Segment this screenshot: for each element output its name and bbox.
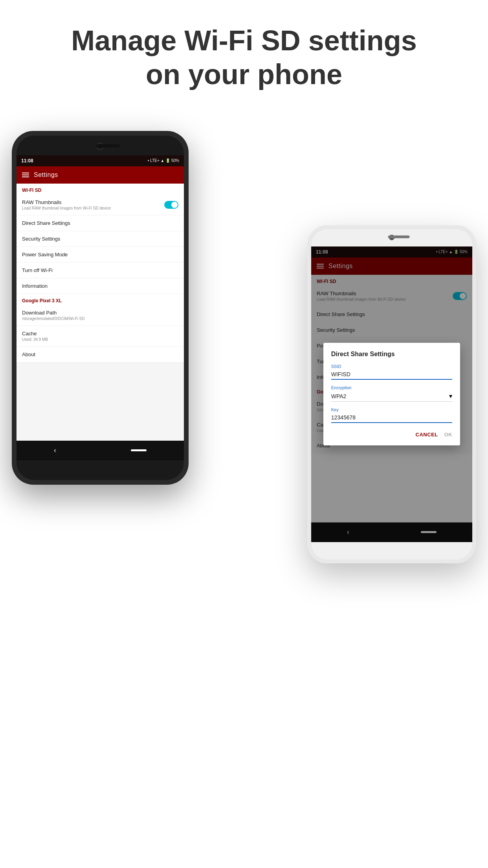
key-label: Key (331, 407, 453, 412)
ssid-label: SSID (331, 364, 453, 369)
cancel-button[interactable]: CANCEL (416, 432, 438, 438)
app-bar-title-dark: Settings (34, 171, 58, 178)
phones-container: 11:08 • LTE+ ▲ 🔋 50% Settings WI-FI SD (0, 115, 488, 862)
phone-dark: 11:08 • LTE+ ▲ 🔋 50% Settings WI-FI SD (12, 131, 189, 485)
nav-bar-dark: ‹ (17, 441, 184, 460)
settings-list-dark: WI-FI SD RAW Thumbnails Load RAW thumbna… (17, 184, 184, 362)
item-turn-off-wifi[interactable]: Turn off Wi-Fi (17, 263, 184, 278)
app-bar-dark: Settings (17, 166, 184, 184)
section-header-wifisd: WI-FI SD (17, 184, 184, 195)
hero-title: Manage Wi-Fi SD settings on your phone (0, 0, 488, 107)
encryption-select-row[interactable]: WPA2 ▾ (331, 391, 453, 402)
nav-home-dark[interactable] (131, 449, 147, 451)
status-bar-dark: 11:08 • LTE+ ▲ 🔋 50% (17, 155, 184, 166)
item-title-dl: Download Path (22, 310, 178, 316)
item-title-about: About (22, 351, 178, 357)
item-about[interactable]: About (17, 347, 184, 362)
item-raw-thumbnails[interactable]: RAW Thumbnails Load RAW thumbnail images… (17, 195, 184, 215)
screen-white: 11:08 • LTE+ ▲ 🔋 50% Settings WI-FI SD (311, 246, 472, 542)
item-title-cache: Cache (22, 331, 178, 337)
section-header-pixel: Google Pixel 3 XL (17, 294, 184, 305)
encryption-value: WPA2 (331, 393, 347, 399)
nav-back-dark[interactable]: ‹ (54, 446, 56, 454)
dialog-actions: CANCEL OK (331, 432, 453, 438)
dropdown-arrow-icon: ▾ (449, 392, 452, 400)
title-line1: Manage Wi-Fi SD settings (31, 24, 457, 57)
title-line2: on your phone (31, 57, 457, 91)
encryption-label: Encryption (331, 385, 453, 390)
direct-share-dialog: Direct Share Settings SSID Encryption WP… (323, 343, 460, 445)
menu-icon-dark[interactable] (22, 173, 29, 177)
status-time-dark: 11:08 (21, 158, 33, 164)
toggle-raw[interactable] (164, 201, 178, 209)
item-power[interactable]: Power Saving Mode (17, 247, 184, 263)
front-speaker-dark (96, 144, 120, 147)
dialog-title: Direct Share Settings (331, 351, 453, 358)
status-icons-dark: • LTE+ ▲ 🔋 50% (148, 158, 179, 163)
item-title-power: Power Saving Mode (22, 252, 178, 257)
item-title-raw: RAW Thumbnails (22, 199, 111, 205)
item-cache[interactable]: Cache Used: 34.9 MB (17, 326, 184, 347)
item-title-info: Information (22, 283, 178, 289)
ok-button[interactable]: OK (444, 432, 453, 438)
item-title-security: Security Settings (22, 236, 178, 242)
ssid-input[interactable] (331, 370, 453, 380)
screen-dark: 11:08 • LTE+ ▲ 🔋 50% Settings WI-FI SD (17, 155, 184, 460)
item-direct-share[interactable]: Direct Share Settings (17, 215, 184, 231)
key-input[interactable] (331, 413, 453, 423)
item-security[interactable]: Security Settings (17, 231, 184, 247)
item-sub-dl: /storage/emulated/0/DCIM/Wi-Fi SD (22, 316, 178, 321)
item-title-turnoff: Turn off Wi-Fi (22, 267, 178, 273)
front-speaker-white (388, 235, 410, 238)
item-sub-cache: Used: 34.9 MB (22, 337, 178, 342)
item-download-path[interactable]: Download Path /storage/emulated/0/DCIM/W… (17, 305, 184, 326)
item-title-direct: Direct Share Settings (22, 220, 178, 226)
phone-white: 11:08 • LTE+ ▲ 🔋 50% Settings WI-FI SD (307, 225, 476, 563)
item-information[interactable]: Information (17, 278, 184, 294)
dialog-overlay: Direct Share Settings SSID Encryption WP… (311, 246, 472, 542)
item-sub-raw: Load RAW thumbnail images from Wi-Fi SD … (22, 206, 111, 210)
